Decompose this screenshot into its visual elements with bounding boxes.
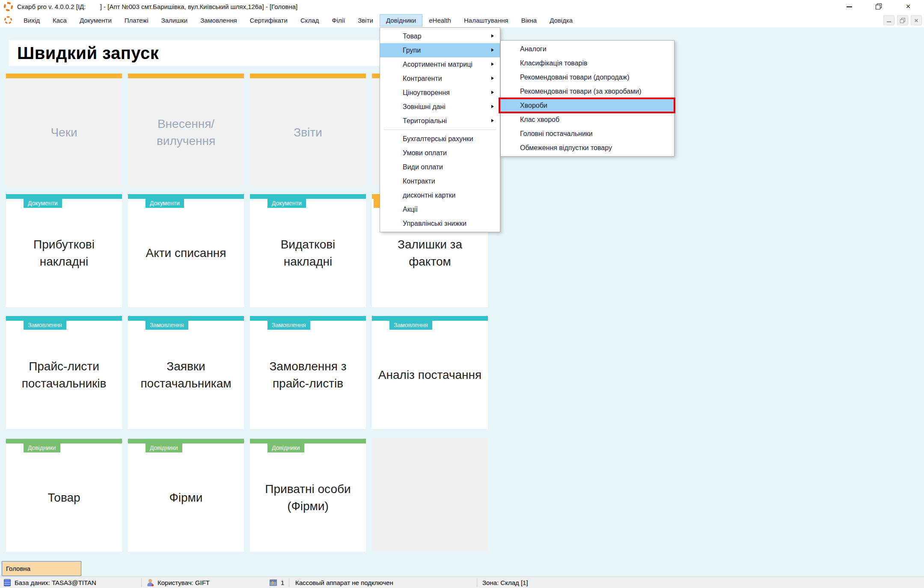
menubar-item[interactable]: Звіти	[351, 14, 380, 27]
tile-body: Акти списання	[128, 199, 244, 307]
menu-items: ВихідКасаДокументиПлатежіЗалишкиЗамовлен…	[17, 14, 579, 27]
mdi-minimize-icon	[887, 21, 891, 22]
minimize-button[interactable]	[843, 1, 856, 12]
dovidnyky-dropdown-menu: Товар Групи Асортиментні матриці Контраг…	[380, 27, 500, 232]
tile-title: Заявки постачальникам	[133, 358, 239, 391]
tile[interactable]: Каса Внесення/вилучення	[128, 74, 244, 186]
tile-category-bar	[6, 439, 122, 443]
menu-option[interactable]: Види оплати	[380, 160, 500, 174]
window-controls: ×	[843, 0, 915, 13]
submenu-arrow-icon	[491, 62, 494, 66]
menu-option[interactable]: Головні постачальники	[501, 127, 674, 141]
tile[interactable]: Каса Чеки	[6, 74, 122, 186]
menubar-item[interactable]: Документи	[73, 14, 118, 27]
tile-body: Видаткові накладні	[250, 199, 366, 307]
menu-option[interactable]: Територіальні	[380, 114, 500, 128]
menubar-item[interactable]: Вихід	[17, 14, 46, 27]
menu-option[interactable]: Аналоги	[501, 42, 674, 56]
menu-option[interactable]: Рекомендовані товари (допродаж)	[501, 70, 674, 84]
tile-category-bar	[128, 439, 244, 443]
status-zone: Зона: Склад [1]	[482, 577, 528, 588]
tile[interactable]: Довідники Приватні особи (Фірми)	[250, 439, 366, 552]
tile-body: Заявки постачальникам	[128, 321, 244, 429]
menubar-item[interactable]: Залишки	[155, 14, 194, 27]
mdi-close-button[interactable]: ×	[911, 15, 922, 25]
tile[interactable]: Довідники Товар	[6, 439, 122, 552]
submenu-arrow-icon	[491, 77, 494, 80]
tile-title: Прибуткові накладні	[22, 236, 107, 269]
tile-body: Аналіз постачання	[372, 321, 488, 429]
menubar-item[interactable]: Довідка	[543, 14, 579, 27]
mdi-restore-button[interactable]	[897, 15, 908, 25]
minimize-icon	[847, 6, 852, 7]
menubar-item[interactable]: Сертифікати	[244, 14, 294, 27]
menu-option[interactable]: Управлінські знижки	[380, 216, 500, 230]
tile-body: Чеки	[6, 78, 122, 186]
menu-option[interactable]: Асортиментні матриці	[380, 57, 500, 71]
submenu-arrow-icon	[491, 48, 494, 52]
tab-holovna[interactable]: Головна	[2, 561, 81, 576]
tile[interactable]: Каса Звіти	[250, 74, 366, 186]
tile-title: Чеки	[51, 124, 77, 141]
tile-title: Приватні особи (Фірми)	[255, 481, 361, 514]
menu-option[interactable]: Обмеження відпустки товару	[501, 141, 674, 155]
menu-option[interactable]: Класифікація товарів	[501, 56, 674, 70]
tile-title: Залишки за фактом	[388, 236, 472, 269]
menu-option[interactable]: Контракти	[380, 174, 500, 188]
menubar-item-active[interactable]: Довідники	[380, 14, 422, 27]
submenu-arrow-icon	[491, 34, 494, 38]
restore-button[interactable]	[872, 1, 885, 12]
menu-option[interactable]: дисконтні картки	[380, 188, 500, 202]
menu-option[interactable]: Бухгалтерські рахунки	[380, 132, 500, 146]
tile-title: Замовлення з прайс-листів	[255, 358, 361, 391]
menu-option[interactable]: Умови оплати	[380, 146, 500, 160]
menu-option[interactable]: Товар	[380, 29, 500, 43]
tile[interactable]: Довідники Фірми	[128, 439, 244, 552]
tile[interactable]: Замовлення Аналіз постачання	[372, 316, 488, 429]
menu-bar: ВихідКасаДокументиПлатежіЗалишкиЗамовлен…	[0, 13, 924, 27]
submenu-arrow-icon	[491, 105, 494, 108]
menubar-item[interactable]: Вікна	[515, 14, 544, 27]
tile-title: Внесення/вилучення	[144, 115, 229, 149]
menu-option[interactable]: Ціноутворення	[380, 86, 500, 100]
menu-option[interactable]: Рекомендовані товари (за хворобами)	[501, 84, 674, 98]
quick-launch-header: Швидкий запуск	[9, 40, 383, 66]
tile-category-bar	[128, 316, 244, 321]
menubar-item[interactable]: Філії	[325, 14, 351, 27]
menubar-item[interactable]: Платежі	[118, 14, 155, 27]
restore-icon	[876, 3, 882, 9]
menu-option[interactable]: Клас хвороб	[501, 112, 674, 127]
tile-category-bar	[128, 74, 244, 78]
menu-option-highlighted[interactable]: Групи	[380, 43, 500, 57]
user-icon	[147, 579, 154, 586]
close-button[interactable]: ×	[902, 1, 915, 12]
tile-body: Замовлення з прайс-листів	[250, 321, 366, 429]
status-register-count: 1	[281, 577, 284, 588]
tile-title: Фірми	[169, 489, 203, 506]
tile[interactable]: Документи Видаткові накладні	[250, 194, 366, 307]
menubar-item[interactable]: Склад	[294, 14, 325, 27]
menubar-item[interactable]: Замовлення	[194, 14, 243, 27]
tile[interactable]	[372, 439, 488, 552]
menu-option-highlighted[interactable]: Хвороби	[501, 98, 674, 112]
status-user: Користувач: GIFT	[157, 577, 210, 588]
mdi-minimize-button[interactable]	[883, 15, 894, 25]
submenu-arrow-icon	[491, 91, 494, 94]
tile[interactable]: Замовлення Заявки постачальникам	[128, 316, 244, 429]
tile[interactable]: Замовлення Замовлення з прайс-листів	[250, 316, 366, 429]
tile-body: Внесення/вилучення	[128, 78, 244, 186]
menubar-item[interactable]: Налаштування	[458, 14, 515, 27]
tile-category-bar	[250, 439, 366, 443]
tile[interactable]: Документи Прибуткові накладні	[6, 194, 122, 307]
close-icon: ×	[906, 3, 911, 10]
tile[interactable]: Документи Акти списання	[128, 194, 244, 307]
menubar-item[interactable]: eHealth	[422, 14, 458, 27]
menubar-item[interactable]: Каса	[46, 14, 73, 27]
menu-option[interactable]: Акції	[380, 202, 500, 216]
title-bar: Скарб pro v. 4.0.0.2 [ІД: ] - [Апт №003 …	[0, 0, 924, 13]
tile-body: Прибуткові накладні	[6, 199, 122, 307]
menu-option[interactable]: Зовнішні дані	[380, 100, 500, 114]
hrupy-submenu: Аналоги Класифікація товарів Рекомендова…	[500, 40, 674, 157]
menu-option[interactable]: Контрагенти	[380, 71, 500, 86]
tile[interactable]: Замовлення Прайс-листи постачальників	[6, 316, 122, 429]
